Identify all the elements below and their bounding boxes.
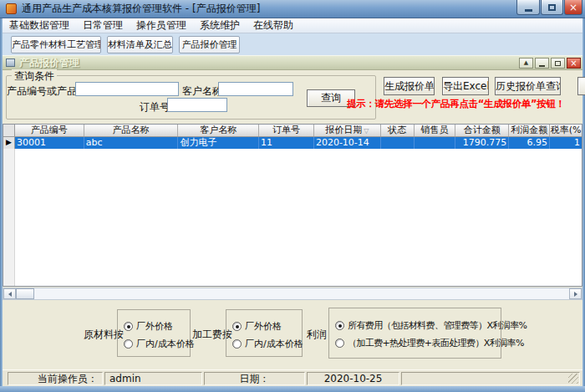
- quotation-grid: 产品编号 产品名称 客户名称 订单号 报价日期▽ 状态 销售员 合计金额 利润金…: [3, 124, 582, 287]
- cell-profit-amount: 6.95: [509, 137, 550, 149]
- mdi-window-icon: [6, 59, 15, 67]
- operator-value: admin: [104, 372, 202, 385]
- toolbar: 产品零件材料工艺管理 材料清单及汇总 产品报价管理: [3, 33, 582, 55]
- status-bar: 当前操作员： admin 日期： 2020-10-25: [3, 369, 582, 386]
- query-groupbox-legend: 查询条件: [12, 69, 57, 84]
- toolbar-button-parts-materials[interactable]: 产品零件材料工艺管理: [11, 36, 101, 53]
- profit-groupbox: 所有费用（包括材料费、管理费等）X利润率% （加工费+热处理费+表面处理费）X利…: [328, 308, 501, 359]
- grid-horizontal-scrollbar[interactable]: [3, 288, 582, 300]
- scroll-right-button[interactable]: [569, 288, 582, 299]
- export-excel-button[interactable]: 导出Excel: [442, 77, 489, 95]
- material-inside-cost-price-option[interactable]: 厂内/成本价格: [124, 338, 195, 350]
- column-header-profit-amount[interactable]: 利润金额: [509, 125, 550, 136]
- menu-item-system[interactable]: 系统维护: [193, 18, 247, 33]
- up-arrow-icon: ▲: [524, 60, 528, 66]
- profit-all-costs-option[interactable]: 所有费用（包括材料费、管理费等）X利润率%: [335, 319, 526, 332]
- radio-unselected-icon[interactable]: [232, 339, 242, 349]
- toolbar-button-material-list[interactable]: 材料清单及汇总: [107, 36, 173, 53]
- radio-label: 厂内/成本价格: [136, 338, 195, 350]
- column-header-salesperson[interactable]: 销售员: [415, 125, 456, 136]
- pricing-options-section: 原材料按 厂外价格 厂内/成本价格 加工费按 厂外价格 厂内/成本价格 利润: [3, 306, 582, 368]
- radio-label: 厂内/成本价格: [245, 338, 303, 350]
- partial-cutoff-button[interactable]: [577, 77, 585, 95]
- customer-name-input[interactable]: [218, 82, 293, 96]
- window-border-bottom: [0, 386, 585, 392]
- processing-inside-cost-price-option[interactable]: 厂内/成本价格: [232, 338, 303, 350]
- processing-outside-price-option[interactable]: 厂外价格: [232, 320, 282, 333]
- order-number-label: 订单号: [140, 100, 170, 115]
- column-header-product-code[interactable]: 产品编号: [15, 125, 84, 136]
- radio-label: 所有费用（包括材料费、管理费等）X利润率%: [348, 319, 526, 332]
- order-number-input[interactable]: [167, 98, 227, 112]
- date-label: 日期：: [204, 372, 305, 385]
- column-header-customer[interactable]: 客户名称: [178, 125, 259, 136]
- column-header-total-amount[interactable]: 合计金额: [455, 125, 509, 136]
- menu-item-daily[interactable]: 日常管理: [76, 18, 130, 33]
- radio-unselected-icon[interactable]: [335, 339, 344, 348]
- window-title: 通用产品生产成本核算报价管理软件 - [产品报价管理]: [22, 2, 260, 16]
- radio-selected-icon[interactable]: [124, 322, 133, 331]
- minimize-icon: [539, 65, 545, 67]
- profit-label: 利润: [307, 328, 327, 342]
- title-bar[interactable]: 通用产品生产成本核算报价管理软件 - [产品报价管理] ×: [0, 0, 585, 18]
- radio-selected-icon[interactable]: [335, 321, 344, 330]
- close-button[interactable]: ×: [564, 0, 582, 15]
- app-icon: [6, 3, 17, 14]
- menu-bar: 基础数据管理 日常管理 操作员管理 系统维护 在线帮助: [3, 18, 582, 33]
- close-icon: ×: [570, 59, 577, 68]
- processing-fee-groupbox: 厂外价格 厂内/成本价格: [226, 309, 303, 357]
- grid-indicator-column: [3, 149, 15, 286]
- generate-quotation-button[interactable]: 生成报价单: [384, 77, 435, 95]
- sort-icon: ▽: [364, 127, 369, 135]
- column-header-product-name[interactable]: 产品名称: [84, 125, 179, 136]
- scroll-left-button[interactable]: [3, 288, 16, 299]
- cell-salesperson: [415, 137, 456, 149]
- radio-label: 厂外价格: [136, 320, 173, 333]
- window-controls: ×: [516, 0, 582, 15]
- scrollbar-thumb[interactable]: [16, 288, 34, 299]
- menu-item-help[interactable]: 在线帮助: [247, 18, 300, 33]
- profit-processing-costs-option[interactable]: （加工费+热处理费+表面处理费）X利润率%: [335, 337, 524, 349]
- cell-customer: 创力电子: [178, 137, 259, 149]
- radio-selected-icon[interactable]: [232, 322, 242, 331]
- cell-status: [381, 137, 415, 149]
- resize-grip[interactable]: [568, 374, 578, 384]
- material-outside-price-option[interactable]: 厂外价格: [124, 320, 173, 333]
- maximize-button[interactable]: [541, 0, 563, 15]
- column-header-order-no[interactable]: 订单号: [259, 125, 314, 136]
- menu-item-base-data[interactable]: 基础数据管理: [3, 18, 76, 33]
- scroll-right-icon: [574, 292, 577, 297]
- mdi-close-button[interactable]: ×: [567, 58, 581, 69]
- grid-header-row: 产品编号 产品名称 客户名称 订单号 报价日期▽ 状态 销售员 合计金额 利润金…: [3, 125, 582, 137]
- mdi-title-bar: 产品报价管理 ▲ ×: [3, 55, 582, 70]
- toolbar-button-quotation[interactable]: 产品报价管理: [179, 36, 240, 53]
- radio-label: （加工费+热处理费+表面处理费）X利润率%: [348, 337, 524, 349]
- menu-item-operator[interactable]: 操作员管理: [130, 18, 193, 33]
- app-window: 通用产品生产成本核算报价管理软件 - [产品报价管理] × 基础数据管理 日常管…: [0, 0, 585, 392]
- minimize-icon: [525, 9, 532, 12]
- cell-quote-date: 2020-10-14: [314, 137, 381, 149]
- mdi-maximize-button[interactable]: [551, 58, 565, 69]
- material-price-groupbox: 厂外价格 厂内/成本价格: [117, 309, 191, 357]
- mdi-restore-up-button[interactable]: ▲: [519, 58, 533, 69]
- radio-unselected-icon[interactable]: [124, 339, 133, 349]
- date-value: 2020-10-25: [307, 372, 399, 385]
- customer-name-label: 客户名称: [182, 84, 222, 99]
- close-icon: ×: [569, 3, 577, 13]
- scroll-left-icon: [8, 292, 12, 297]
- cell-product-code: 30001: [15, 137, 84, 149]
- cell-product-name: abc: [84, 137, 179, 149]
- status-empty-panel: [401, 372, 580, 385]
- mdi-minimize-button[interactable]: [535, 58, 549, 69]
- operator-label: 当前操作员：: [8, 372, 103, 385]
- column-header-status[interactable]: 状态: [381, 125, 415, 136]
- table-row[interactable]: ▶ 30001 abc 创力电子 11 2020-10-14 1790.775 …: [3, 137, 582, 149]
- cell-total-amount: 1790.775: [455, 137, 509, 149]
- minimize-button[interactable]: [516, 0, 540, 15]
- column-header-tax-rate[interactable]: 税率(%: [550, 125, 582, 136]
- product-code-name-input[interactable]: [75, 82, 179, 96]
- history-quotation-button[interactable]: 历史报价单查询: [495, 77, 561, 95]
- maximize-icon: [555, 61, 561, 66]
- row-indicator-icon: ▶: [3, 137, 15, 149]
- column-header-quote-date[interactable]: 报价日期▽: [314, 125, 381, 136]
